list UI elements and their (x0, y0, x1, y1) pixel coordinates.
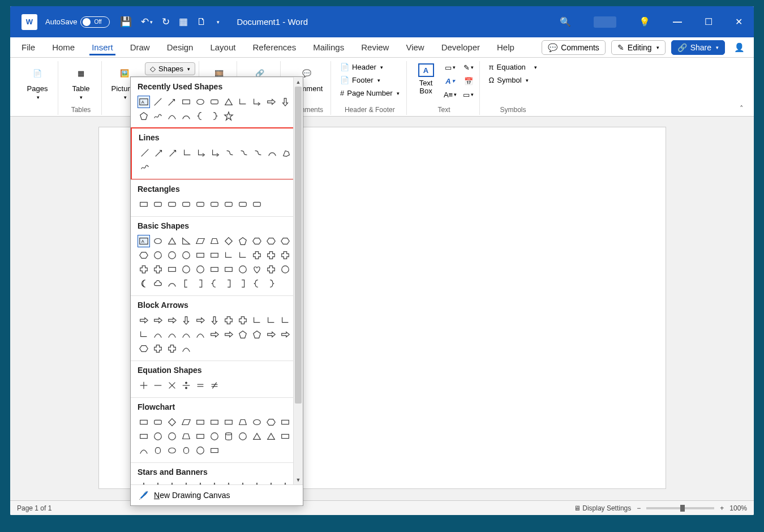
shape-option[interactable] (180, 277, 192, 290)
scroll-up-arrow-icon[interactable]: ▲ (294, 77, 303, 87)
shape-option[interactable] (222, 328, 235, 341)
equation-button[interactable]: π Equation ▾ (486, 61, 541, 73)
tab-layout[interactable]: Layout (208, 39, 238, 55)
shape-option[interactable] (152, 249, 164, 261)
shape-option[interactable] (237, 314, 249, 327)
shape-option[interactable] (251, 416, 263, 428)
shape-option[interactable] (152, 110, 164, 122)
scrollbar-thumb[interactable] (295, 87, 302, 404)
tab-design[interactable]: Design (165, 39, 196, 55)
shape-option[interactable] (265, 235, 277, 247)
shape-option[interactable] (208, 96, 221, 108)
shape-option[interactable] (237, 198, 249, 211)
shape-option[interactable] (237, 263, 249, 276)
collapse-ribbon-button[interactable]: ˄ (740, 104, 744, 113)
shape-option[interactable] (194, 235, 207, 247)
shape-option[interactable] (280, 147, 293, 159)
shape-option[interactable] (139, 161, 151, 173)
shape-option[interactable] (279, 416, 291, 428)
shape-option[interactable] (152, 481, 164, 484)
shape-option[interactable] (222, 198, 235, 211)
shape-option[interactable] (138, 198, 150, 211)
shape-option[interactable] (222, 96, 235, 108)
shape-option[interactable] (237, 249, 249, 261)
shape-option[interactable] (152, 235, 164, 247)
qat-table-icon[interactable]: 🗋 (197, 16, 207, 28)
shape-option[interactable] (194, 416, 207, 428)
tab-references[interactable]: References (250, 39, 298, 55)
shape-option[interactable] (222, 249, 235, 261)
shape-option[interactable] (180, 263, 192, 276)
shape-option[interactable] (180, 235, 192, 247)
shape-option[interactable] (166, 263, 178, 276)
shape-option[interactable] (251, 481, 263, 484)
shape-option[interactable] (138, 342, 150, 355)
shape-option[interactable] (194, 314, 207, 327)
shape-option[interactable] (180, 328, 192, 341)
shape-option[interactable] (208, 444, 221, 457)
drop-cap-button[interactable]: A≡▾ (443, 88, 458, 101)
shape-option[interactable] (138, 481, 150, 484)
shape-option[interactable] (152, 263, 164, 276)
shape-option[interactable] (166, 430, 178, 443)
shape-option[interactable] (265, 249, 277, 261)
tab-draw[interactable]: Draw (128, 39, 152, 55)
shape-option[interactable] (152, 277, 164, 290)
shape-option[interactable] (180, 249, 192, 261)
shape-option[interactable] (279, 235, 291, 247)
pages-button[interactable]: 📄 Pages▾ (20, 61, 54, 104)
autosave-toggle[interactable]: Off (80, 16, 110, 28)
shape-option[interactable] (152, 198, 164, 211)
shape-option[interactable] (138, 110, 150, 122)
shape-option[interactable] (138, 379, 150, 392)
shape-option[interactable] (180, 379, 192, 392)
shape-option[interactable] (194, 328, 207, 341)
shape-option[interactable] (180, 342, 192, 355)
shape-option[interactable] (138, 314, 150, 327)
shape-option[interactable] (180, 110, 192, 122)
shape-option[interactable] (180, 314, 192, 327)
shape-option[interactable] (237, 328, 249, 341)
shape-option[interactable] (208, 263, 221, 276)
shape-option[interactable] (138, 277, 150, 290)
shape-option[interactable] (265, 314, 277, 327)
help-lightbulb-icon[interactable]: 💡 (639, 16, 650, 27)
page-number-button[interactable]: # Page Number▾ (337, 87, 402, 99)
shape-option[interactable] (237, 481, 249, 484)
shape-option[interactable] (266, 147, 278, 159)
tab-home[interactable]: Home (50, 39, 77, 55)
footer-button[interactable]: 📄 Footer▾ (337, 74, 402, 86)
shape-option[interactable] (194, 481, 207, 484)
document-area[interactable] (10, 117, 754, 500)
shape-option[interactable] (208, 277, 221, 290)
account-icon[interactable]: 👤 (734, 42, 745, 53)
shape-option[interactable] (194, 379, 207, 392)
shape-option[interactable] (237, 416, 249, 428)
scroll-down-arrow-icon[interactable]: ▼ (294, 475, 303, 484)
header-button[interactable]: 📄 Header▾ (337, 61, 402, 73)
shape-option[interactable] (180, 481, 192, 484)
shape-option[interactable] (166, 314, 178, 327)
search-icon[interactable]: 🔍 (560, 16, 571, 27)
shape-option[interactable] (138, 430, 150, 443)
new-drawing-canvas-button[interactable]: 🖊️ New Drawing Canvas (131, 484, 303, 505)
shape-option[interactable] (152, 430, 164, 443)
shape-option[interactable] (166, 198, 178, 211)
shape-option[interactable] (152, 314, 164, 327)
date-time-button[interactable]: 📅 (461, 75, 476, 87)
save-icon[interactable]: 💾 (120, 16, 132, 28)
shape-option[interactable] (208, 314, 221, 327)
object-button[interactable]: ▭▾ (461, 88, 476, 101)
shape-option[interactable] (222, 263, 235, 276)
shape-option[interactable] (180, 96, 192, 108)
shape-option[interactable] (279, 249, 291, 261)
shape-option[interactable] (208, 430, 221, 443)
shape-option[interactable] (252, 147, 264, 159)
shape-option[interactable] (194, 249, 207, 261)
minimize-button[interactable]: ― (673, 17, 682, 27)
tab-file[interactable]: File (19, 39, 37, 55)
shapes-scrollbar[interactable]: ▲ ▼ (293, 77, 303, 484)
shape-option[interactable] (152, 379, 164, 392)
shapes-button[interactable]: ◇ Shapes ▾ (145, 62, 195, 75)
wordart-button[interactable]: A▾ (443, 75, 458, 87)
